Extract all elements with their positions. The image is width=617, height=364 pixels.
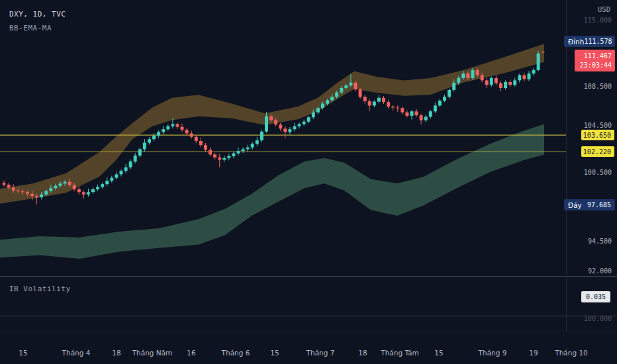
level-value: 102.220 (583, 148, 611, 156)
peak-price-badge: Đỉnh 111.578 (564, 36, 615, 47)
price-axis-border (566, 0, 567, 331)
symbol-title[interactable]: DXY, 1D, TVC (9, 8, 66, 22)
time-tick: Tháng 6 (222, 349, 250, 357)
time-tick: Tháng Năm (132, 349, 173, 357)
pane-separator-bottom[interactable] (0, 316, 617, 316)
candlestick-chart[interactable] (0, 0, 617, 364)
peak-value: 111.578 (584, 38, 612, 45)
pane-separator-top[interactable] (0, 276, 617, 277)
level-price-badge: 102.220 (581, 146, 614, 157)
time-tick: Tháng 7 (307, 349, 335, 357)
time-tick: 15 (270, 349, 279, 357)
time-tick: Tháng 4 (62, 349, 91, 357)
price-tick: 108.500 (584, 83, 612, 90)
currency-label: USD (598, 5, 610, 13)
time-tick: 16 (187, 349, 195, 357)
indicator-title[interactable]: BB-EMA-MA (9, 22, 66, 36)
price-tick-faded: 115.000 (584, 17, 612, 24)
tradingview-chart-window: DXY, 1D, TVC BB-EMA-MA USD IB Volatility… (0, 0, 617, 364)
candle-countdown: 23:03:44 (580, 61, 612, 70)
time-tick: Tháng Tám (381, 349, 419, 357)
volatility-pane-label[interactable]: IB Volatility (9, 285, 71, 293)
time-tick: Tháng 9 (479, 349, 507, 357)
price-tick: 92.000 (588, 267, 612, 275)
level-value: 103.650 (583, 132, 611, 139)
level-price-badge: 103.650 (581, 130, 614, 140)
chart-legend: DXY, 1D, TVC BB-EMA-MA (9, 8, 66, 36)
time-tick: 18 (358, 349, 367, 357)
price-tick-faded: 100.000 (584, 315, 612, 322)
peak-label: Đỉnh (568, 38, 584, 46)
time-tick: 19 (529, 349, 538, 357)
price-tick: 94.500 (588, 238, 612, 245)
bottom-value: 97.685 (587, 201, 611, 208)
time-tick: 15 (434, 349, 443, 357)
last-price-badge: 111.467 23:03:44 (575, 50, 615, 71)
bottom-label: Đáy (568, 201, 582, 209)
time-tick: 15 (19, 349, 27, 357)
time-tick: Tháng 10 (555, 349, 588, 357)
volatility-value-badge: 0.035 (581, 291, 610, 302)
price-tick: 104.500 (584, 122, 612, 129)
time-tick: 18 (112, 349, 120, 357)
bottom-price-badge: Đáy 97.685 (564, 199, 615, 210)
time-axis-border (0, 331, 617, 332)
last-price-value: 111.467 (584, 52, 612, 61)
volatility-value: 0.035 (586, 293, 606, 300)
price-tick: 100.500 (584, 169, 612, 176)
